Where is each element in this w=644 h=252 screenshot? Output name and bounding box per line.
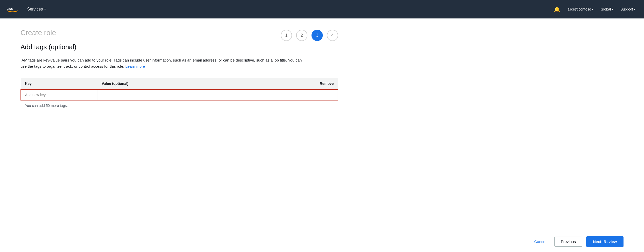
services-label: Services: [27, 7, 43, 12]
step-indicators: 1 2 3 4: [281, 30, 338, 41]
learn-more-link[interactable]: Learn more: [125, 64, 145, 68]
user-chevron-icon: ▾: [592, 8, 593, 11]
page-title-row: Create role 1 2 3 4: [20, 29, 338, 41]
support-menu[interactable]: Support ▾: [618, 5, 638, 13]
services-menu[interactable]: Services ▾: [24, 5, 49, 14]
key-input[interactable]: [21, 90, 98, 100]
bell-icon: 🔔: [554, 6, 560, 12]
step-4[interactable]: 4: [327, 30, 338, 41]
topnav-right-section: 🔔 alice@contoso ▾ Global ▾ Support ▾: [551, 4, 638, 14]
user-menu[interactable]: alice@contoso ▾: [565, 5, 596, 13]
next-review-button[interactable]: Next: Review: [586, 236, 624, 247]
previous-button[interactable]: Previous: [554, 237, 582, 247]
user-label: alice@contoso: [567, 7, 591, 11]
svg-text:aws: aws: [7, 7, 13, 11]
key-input-cell: [21, 89, 98, 100]
step-2[interactable]: 2: [296, 30, 307, 41]
step-3[interactable]: 3: [311, 30, 323, 41]
region-chevron-icon: ▾: [612, 8, 613, 11]
region-menu[interactable]: Global ▾: [598, 5, 616, 13]
content-area: Create role 1 2 3 4 Add tags (optional) …: [0, 18, 359, 231]
main-wrapper: Create role 1 2 3 4 Add tags (optional) …: [0, 18, 644, 252]
tag-input-row: [21, 89, 338, 100]
section-title: Add tags (optional): [20, 43, 338, 51]
tags-hint: You can add 50 more tags.: [21, 100, 338, 111]
support-label: Support: [620, 7, 633, 11]
tags-table: Key Value (optional) Remove You can add: [20, 78, 338, 111]
top-navigation: aws Services ▾ 🔔 alice@contoso ▾ Global …: [0, 0, 644, 18]
aws-logo[interactable]: aws: [6, 5, 19, 13]
region-label: Global: [600, 7, 611, 11]
col-header-value: Value (optional): [98, 78, 316, 90]
footer-bar: Cancel Previous Next: Review: [0, 231, 644, 252]
support-chevron-icon: ▾: [634, 8, 635, 11]
col-header-key: Key: [21, 78, 98, 90]
col-header-remove: Remove: [316, 78, 338, 90]
remove-cell: [316, 89, 338, 100]
cancel-button[interactable]: Cancel: [530, 237, 550, 246]
tags-hint-row: You can add 50 more tags.: [21, 100, 338, 111]
services-chevron-icon: ▾: [44, 8, 46, 11]
step-1[interactable]: 1: [281, 30, 292, 41]
description-text: IAM tags are key-value pairs you can add…: [20, 57, 302, 69]
notifications-button[interactable]: 🔔: [551, 4, 563, 14]
value-input-cell: [98, 89, 316, 100]
table-header-row: Key Value (optional) Remove: [21, 78, 338, 90]
value-input[interactable]: [98, 90, 316, 100]
page-title: Create role: [20, 29, 56, 37]
